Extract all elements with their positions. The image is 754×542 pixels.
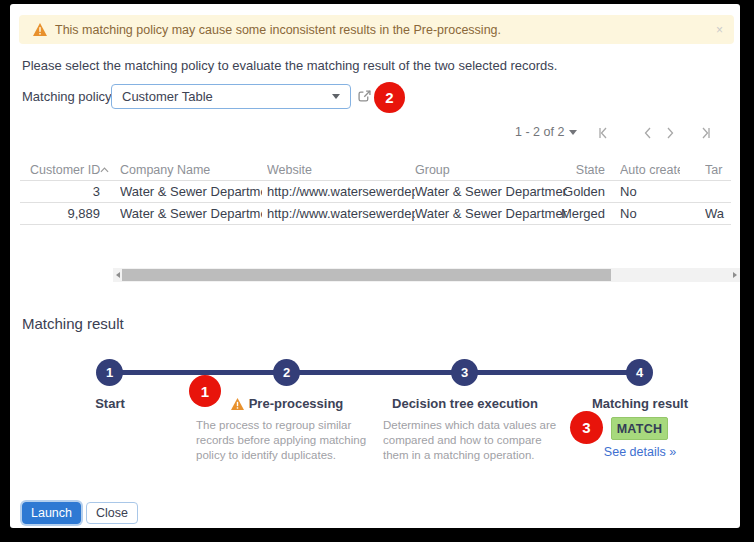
- cell-state: Merged: [558, 203, 605, 225]
- chevron-down-icon: [332, 94, 340, 99]
- matching-policy-value: Customer Table: [122, 89, 213, 104]
- match-status-badge: MATCH: [611, 417, 668, 440]
- matching-policy-select[interactable]: Customer Table: [111, 84, 351, 109]
- cell-company-name: Water & Sewer Department: [120, 181, 262, 203]
- step-label-pre-processing: Pre-processing: [212, 396, 362, 411]
- close-button[interactable]: Close: [86, 502, 138, 524]
- screenshot-page: This matching policy may cause some inco…: [0, 0, 754, 542]
- annotation-circle-2: 2: [374, 82, 405, 113]
- pagination-range-dropdown[interactable]: 1 - 2 of 2: [515, 125, 577, 139]
- table-row[interactable]: 9,889 Water & Sewer Department http://ww…: [10, 203, 731, 225]
- intro-text: Please select the matching policy to eva…: [22, 58, 557, 73]
- cell-customer-id: 3: [30, 181, 100, 203]
- description-line: policy to identify duplicates.: [196, 448, 371, 463]
- step-description-decision-tree: Determines which data values are compare…: [383, 418, 558, 463]
- step-circle-2: 2: [273, 359, 300, 386]
- cell-group-text: Water & Sewer Department: [415, 203, 567, 225]
- scroll-right-icon[interactable]: [733, 272, 737, 278]
- cell-auto-created: No: [620, 181, 680, 203]
- open-policy-external-icon[interactable]: [358, 90, 371, 103]
- warning-icon: [231, 398, 244, 410]
- column-header-auto-created[interactable]: Auto created: [620, 159, 680, 181]
- matching-result-title: Matching result: [22, 315, 124, 332]
- match-analysis-dialog: This matching policy may cause some inco…: [10, 4, 740, 528]
- description-line: them in a matching operation.: [383, 448, 558, 463]
- chevron-down-icon: [569, 130, 577, 135]
- cell-group: Water & Sewer Department: [415, 181, 567, 203]
- cell-website: http://www.watersewerdepartm: [267, 181, 415, 203]
- annotation-circle-3: 3: [570, 411, 603, 444]
- column-header-website[interactable]: Website: [267, 159, 415, 181]
- description-line: compared and how to compare: [383, 433, 558, 448]
- horizontal-scrollbar[interactable]: [113, 268, 740, 282]
- step-label-start: Start: [58, 396, 162, 411]
- step-description-pre-processing: The process to regroup similar records b…: [196, 418, 371, 463]
- step-circle-1: 1: [96, 359, 123, 386]
- scroll-left-icon[interactable]: [116, 272, 120, 278]
- sort-ascending-icon[interactable]: [100, 159, 109, 181]
- column-header-customer-id[interactable]: Customer ID: [30, 159, 100, 181]
- previous-page-icon[interactable]: [641, 126, 655, 140]
- cell-state: Golden: [558, 181, 605, 203]
- launch-button[interactable]: Launch: [22, 502, 81, 524]
- warning-message: This matching policy may cause some inco…: [55, 23, 501, 37]
- description-line: Determines which data values are: [383, 418, 558, 433]
- last-page-icon[interactable]: [699, 126, 713, 140]
- table-header-row: Customer ID Company Name Website Group S…: [10, 159, 731, 181]
- column-header-state[interactable]: State: [558, 159, 605, 181]
- row-divider: [20, 224, 731, 225]
- stepper-connector-line: [110, 370, 640, 375]
- pagination-range-label: 1 - 2 of 2: [515, 125, 564, 139]
- cell-target: [705, 181, 731, 203]
- cell-auto-created: No: [620, 203, 680, 225]
- close-icon[interactable]: ×: [716, 24, 723, 36]
- description-line: records before applying matching: [196, 433, 371, 448]
- step-label-decision-tree: Decision tree execution: [385, 396, 545, 411]
- cell-website: http://www.watersewerdepartm: [267, 203, 415, 225]
- records-table: Customer ID Company Name Website Group S…: [10, 159, 731, 227]
- warning-icon: [33, 23, 47, 36]
- cell-company-name: Water & Sewer Department: [120, 203, 262, 225]
- step-label-matching-result: Matching result: [565, 396, 715, 411]
- scrollbar-thumb[interactable]: [122, 269, 611, 281]
- next-page-icon[interactable]: [663, 126, 677, 140]
- column-header-group[interactable]: Group: [415, 159, 567, 181]
- column-header-company-name[interactable]: Company Name: [120, 159, 262, 181]
- cell-group-text: Water & Sewer Department: [415, 181, 567, 203]
- cell-target: Wa: [705, 203, 731, 225]
- warning-banner: This matching policy may cause some inco…: [19, 15, 734, 44]
- step-circle-4: 4: [626, 359, 653, 386]
- column-header-target[interactable]: Tar: [705, 159, 731, 181]
- step-label-text: Pre-processing: [249, 396, 344, 411]
- step-circle-3: 3: [451, 359, 478, 386]
- first-page-icon[interactable]: [596, 126, 610, 140]
- see-details-link[interactable]: See details »: [575, 445, 705, 459]
- annotation-circle-1: 1: [189, 375, 221, 407]
- description-line: The process to regroup similar: [196, 418, 371, 433]
- matching-policy-label: Matching policy: [22, 89, 112, 104]
- cell-customer-id: 9,889: [30, 203, 100, 225]
- table-row[interactable]: 3 Water & Sewer Department http://www.wa…: [10, 181, 731, 203]
- cell-group: Water & Sewer Department: [415, 203, 567, 225]
